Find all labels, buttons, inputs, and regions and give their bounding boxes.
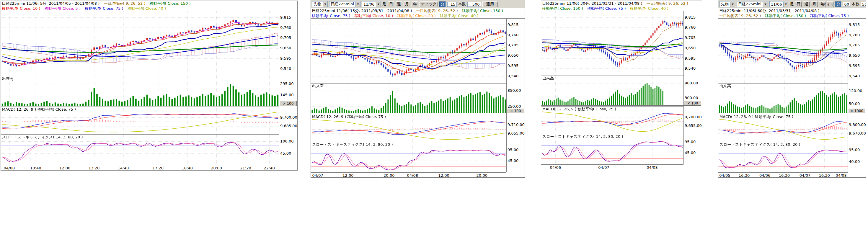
price-axis-label: 9,540 <box>849 74 860 78</box>
macd-pane-label: MACD( 12, 26, 9 ) 移動平均( Close, 75 ) <box>542 106 616 112</box>
period-month-button[interactable]: 月 <box>404 1 410 7</box>
stochastics-axis-label: 40.00 <box>849 159 860 164</box>
title-segment: 移動平均( Close, 150 ) <box>150 1 191 6</box>
apply-button[interactable]: 適用 <box>483 1 498 7</box>
symbol-dropdown[interactable]: 日経225mini▼ <box>737 1 768 7</box>
time-axis-label: 12:00 <box>59 166 70 170</box>
time-axis-label: 04/05 <box>719 173 730 178</box>
time-axis-label: 20:00 <box>476 173 488 178</box>
stochastics-axis-label: 95.00 <box>849 148 860 152</box>
title-segment: 移動平均( Close, 75 ) <box>810 13 849 18</box>
macd-pane-label: MACD( 12, 26, 9 ) 移動平均( Close, 75 ) <box>719 114 793 120</box>
stochastics-pane-label: スロー・ストキャスティクス( 14, 3, 80, 20 ) <box>542 134 623 139</box>
period-day-button[interactable]: 日 <box>388 1 394 7</box>
price-axis-label: 9,595 <box>507 63 519 68</box>
symbol-dropdown[interactable]: 日経225mini▼ <box>329 1 361 7</box>
time-axis-label: 04/07 <box>800 173 810 178</box>
time-axis-label: 22:40 <box>264 166 275 170</box>
price-chart-canvas[interactable] <box>1 11 279 165</box>
macd-axis-label: 9,655.00 <box>685 123 702 128</box>
bar-type-label: 足 <box>382 1 386 7</box>
contract-month-dropdown[interactable]: 11/06▼ <box>769 1 788 7</box>
price-axis-label: 9,760 <box>507 33 519 37</box>
time-axis-label: 04/08 <box>407 173 418 178</box>
time-axis: 04/0712:0020:0004/0812:0020:00 <box>311 172 506 178</box>
volume-axis-label: 900.00 <box>685 81 698 85</box>
price-chart-canvas[interactable] <box>541 11 683 164</box>
chevron-down-icon[interactable]: ▼ <box>783 2 788 7</box>
price-chart-canvas[interactable] <box>311 19 506 172</box>
title-segment: 一目均衡表( 9, 26, 52 ) <box>719 13 761 18</box>
symbol-dropdown-value: 日経225mini <box>331 1 354 7</box>
market-dropdown[interactable]: 先物▼ <box>312 1 328 7</box>
time-axis-label: 16:30 <box>819 173 830 178</box>
time-axis-label: 20:00 <box>211 166 222 170</box>
price-axis-label: 9,595 <box>685 56 695 61</box>
volume-multiplier-badge: × 100 <box>280 101 297 106</box>
minute-interval-input[interactable]: 15 <box>447 2 457 7</box>
symbol-dropdown-value: 日経225mini <box>738 1 762 7</box>
market-dropdown-value: 先物 <box>721 1 728 7</box>
title-segment: 移動平均( Close, 5 ) <box>44 6 81 11</box>
period-year-button[interactable]: 年 <box>411 1 418 7</box>
chevron-down-icon[interactable]: ▼ <box>730 2 735 7</box>
time-axis: 04/0516:3004/0616:3004/0716:3004/08 <box>718 172 848 178</box>
time-axis-label: 04/08 <box>836 173 846 178</box>
chevron-down-icon[interactable]: ▼ <box>323 2 328 7</box>
price-axis-label: 9,760 <box>849 33 860 37</box>
title-segment: 移動平均( Close, 40 ) <box>440 13 478 18</box>
volume-axis-label: 850.00 <box>507 88 521 93</box>
macd-pane-label: MACD( 12, 26, 9 ) 移動平均( Close, 75 ) <box>2 107 76 112</box>
time-axis: 04/0810:4012:0013:2014:4017:2018:4020:00… <box>1 165 279 170</box>
chart-title-line1: 日経225mini 11/06( 5分, 2011/04/05 - 2011/0… <box>1 1 297 6</box>
time-axis-label: 16:30 <box>779 173 790 178</box>
chart-area: 9,8159,7609,7059,6509,5959,540900.00300.… <box>541 11 702 164</box>
period-week-button[interactable]: 週 <box>396 1 402 7</box>
period-day-button[interactable]: 日 <box>795 1 802 7</box>
time-axis-label: 16:30 <box>739 173 750 178</box>
contract-month-dropdown[interactable]: 11/06▼ <box>362 1 381 7</box>
chevron-down-icon[interactable]: ▼ <box>376 2 380 7</box>
macd-axis-label: 9,670.00 <box>849 131 866 135</box>
title-segment: 移動平均( Close, 75 ) <box>587 6 626 11</box>
stochastics-axis-label: 45.00 <box>507 159 519 163</box>
time-axis-label: 17:20 <box>152 166 163 170</box>
title-segment: 一目均衡表( 9, 26, 52 ) <box>104 1 145 6</box>
period-tick-button[interactable]: ティック <box>827 1 833 7</box>
price-axis-label: 9,650 <box>280 46 291 50</box>
market-dropdown[interactable]: 先物▼ <box>719 1 735 7</box>
title-segment: 移動平均( Close, 75 ) <box>312 13 350 18</box>
bar-count-input[interactable]: 500 <box>861 2 866 7</box>
price-axis-label: 9,650 <box>849 53 860 58</box>
chevron-down-icon[interactable]: ▼ <box>355 2 360 7</box>
minute-interval-input[interactable]: 60 <box>843 2 850 7</box>
price-chart-canvas[interactable] <box>718 19 848 172</box>
price-axis: 9,8159,7609,7059,6509,5959,540295.00145.… <box>279 11 297 165</box>
period-minute-button[interactable]: 分 <box>835 1 841 7</box>
time-axis-label: 04/06 <box>550 165 561 170</box>
title-segment: 移動平均( Close, 150 ) <box>765 13 806 18</box>
bar-count-input[interactable]: 500 <box>467 2 481 7</box>
macd-axis-label: 9,710.00 <box>507 123 525 127</box>
period-month-button[interactable]: 月 <box>811 1 817 7</box>
period-minute-button[interactable]: 分 <box>439 1 446 7</box>
stochastics-axis-label: 100.00 <box>280 139 294 143</box>
volume-axis-label: 145.00 <box>280 93 294 97</box>
time-axis-label: 04/08 <box>4 166 15 170</box>
chart-title-line1: 日経225mini 11/06( 15分, 2011/03/31 - 2011/… <box>311 8 525 13</box>
chart-toolbar: 先物▼日経225mini▼11/06▼足日週月年ティック分15本数500適用 <box>311 0 525 8</box>
time-axis-label: 04/06 <box>760 173 770 178</box>
chart-title-line2: 一目均衡表( 9, 26, 52 )移動平均( Close, 150 )移動平均… <box>718 13 866 18</box>
period-tick-button[interactable]: ティック <box>420 1 438 7</box>
time-axis-label: 20:00 <box>383 173 395 178</box>
title-segment: 日経225mini 11/06( 30分, 2011/03/31 - 2011/… <box>542 1 643 6</box>
time-axis: 04/0604/0704/08 <box>541 164 683 170</box>
price-axis-label: 9,815 <box>849 23 860 27</box>
chevron-down-icon[interactable]: ▼ <box>763 2 768 7</box>
volume-multiplier-badge: × 100 <box>507 108 524 113</box>
stochastics-axis-label: 95.00 <box>685 139 695 144</box>
price-axis: 9,8159,7609,7059,6509,5959,540120.0050.0… <box>848 19 866 172</box>
chart-toolbar: 先物▼日経225mini▼11/06▼足日週月年ティック分60本数500適用 <box>718 0 866 8</box>
period-week-button[interactable]: 週 <box>803 1 810 7</box>
volume-multiplier-badge: × 100 <box>684 101 701 106</box>
